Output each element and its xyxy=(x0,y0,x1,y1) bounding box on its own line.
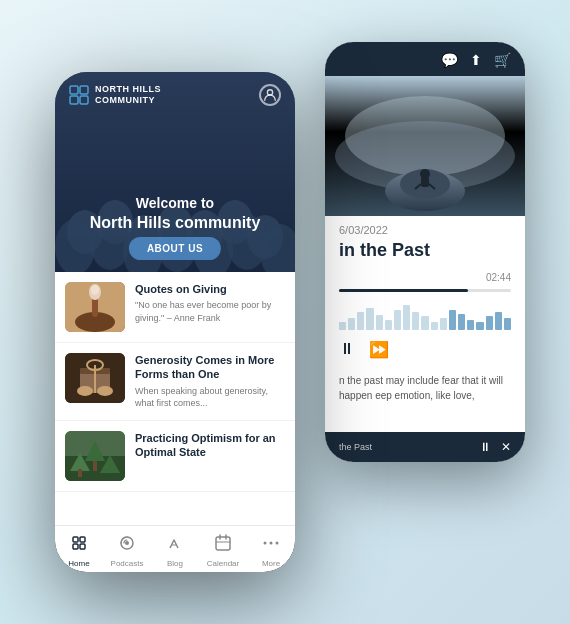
svg-rect-49 xyxy=(73,537,78,542)
nav-item-calendar[interactable]: Calendar xyxy=(199,534,247,568)
list-text: Generosity Comes in More Forms than One … xyxy=(135,353,285,410)
brand-name: NORTH HILLS COMMUNITY xyxy=(95,84,161,106)
nav-item-more[interactable]: More xyxy=(247,534,295,568)
svg-rect-26 xyxy=(80,86,88,94)
svg-point-41 xyxy=(97,386,113,396)
svg-rect-50 xyxy=(80,537,85,542)
content-list: Quotes on Giving "No one has ever become… xyxy=(55,272,295,525)
blog-icon xyxy=(166,534,184,556)
list-item-desc: When speaking about generosity, what fir… xyxy=(135,385,285,410)
nav-label-blog: Blog xyxy=(167,559,183,568)
svg-point-54 xyxy=(125,541,129,545)
list-item-title: Quotes on Giving xyxy=(135,282,285,296)
podcasts-icon xyxy=(118,534,136,556)
svg-rect-25 xyxy=(70,86,78,94)
audio-controls: ⏸ ⏩ xyxy=(325,334,525,365)
list-item[interactable]: Quotes on Giving "No one has ever become… xyxy=(55,272,295,343)
back-bottom-bar: the Past ⏸ ✕ xyxy=(325,432,525,462)
giving-thumbnail xyxy=(65,282,125,332)
share-icon: ⬆ xyxy=(470,52,482,68)
back-date: 6/03/2022 xyxy=(325,216,525,240)
svg-rect-51 xyxy=(73,544,78,549)
back-title: in the Past xyxy=(325,240,525,270)
nav-label-more: More xyxy=(262,559,280,568)
svg-rect-27 xyxy=(70,96,78,104)
logo-icon xyxy=(69,85,89,105)
nav-item-podcasts[interactable]: Podcasts xyxy=(103,534,151,568)
play-pause-icon[interactable]: ⏸ xyxy=(479,440,491,454)
list-text: Practicing Optimism for an Optimal State xyxy=(135,431,285,463)
back-text-preview: n the past may include fear that it will… xyxy=(325,365,525,411)
svg-rect-28 xyxy=(80,96,88,104)
audio-waveform xyxy=(339,300,511,330)
pause-button[interactable]: ⏸ xyxy=(339,340,355,358)
nav-label-podcasts: Podcasts xyxy=(111,559,144,568)
back-bottom-label: the Past xyxy=(339,442,479,452)
back-bottom-controls: ⏸ ✕ xyxy=(479,440,511,454)
brand-logo: NORTH HILLS COMMUNITY xyxy=(69,84,161,106)
phone-front: NORTH HILLS COMMUNITY Welcome to xyxy=(55,72,295,572)
optimism-thumbnail xyxy=(65,431,125,481)
list-text: Quotes on Giving "No one has ever become… xyxy=(135,282,285,324)
nav-item-blog[interactable]: Blog xyxy=(151,534,199,568)
hero-text: Welcome to North Hills community xyxy=(55,195,295,232)
cart-icon: 🛒 xyxy=(494,52,511,68)
list-item-desc: "No one has ever become poor by giving."… xyxy=(135,299,285,324)
list-item-title: Practicing Optimism for an Optimal State xyxy=(135,431,285,460)
fast-forward-button[interactable]: ⏩ xyxy=(369,340,389,359)
more-icon xyxy=(262,534,280,556)
hero-section: NORTH HILLS COMMUNITY Welcome to xyxy=(55,72,295,272)
navbar: NORTH HILLS COMMUNITY xyxy=(55,72,295,114)
list-item[interactable]: Practicing Optimism for an Optimal State xyxy=(55,421,295,492)
svg-point-61 xyxy=(270,542,273,545)
bottom-navigation: Home Podcasts xyxy=(55,525,295,572)
svg-point-29 xyxy=(267,90,272,95)
list-item[interactable]: Generosity Comes in More Forms than One … xyxy=(55,343,295,421)
svg-rect-45 xyxy=(93,461,97,471)
hero-title: North Hills community xyxy=(55,213,295,232)
audio-progress-bar[interactable] xyxy=(339,289,511,292)
hero-welcome: Welcome to xyxy=(55,195,295,211)
nav-label-calendar: Calendar xyxy=(207,559,239,568)
back-content: 6/03/2022 in the Past 02:44 xyxy=(325,76,525,432)
svg-point-62 xyxy=(276,542,279,545)
about-us-button[interactable]: ABOUT US xyxy=(129,237,221,260)
phones-container: 💬 ⬆ 🛒 xyxy=(25,22,545,602)
nav-item-home[interactable]: Home xyxy=(55,534,103,568)
audio-time: 02:44 xyxy=(325,270,525,285)
svg-rect-47 xyxy=(78,469,82,477)
generosity-thumbnail xyxy=(65,353,125,403)
svg-point-40 xyxy=(77,386,93,396)
back-hero-image xyxy=(325,76,525,216)
chat-icon: 💬 xyxy=(441,52,458,68)
back-status-bar: 💬 ⬆ 🛒 xyxy=(325,42,525,76)
phone-back: 💬 ⬆ 🛒 xyxy=(325,42,525,462)
list-item-title: Generosity Comes in More Forms than One xyxy=(135,353,285,382)
svg-rect-52 xyxy=(80,544,85,549)
close-icon[interactable]: ✕ xyxy=(501,440,511,454)
svg-rect-6 xyxy=(421,177,429,187)
svg-point-60 xyxy=(264,542,267,545)
nav-label-home: Home xyxy=(68,559,89,568)
svg-point-34 xyxy=(91,285,99,295)
user-profile-icon[interactable] xyxy=(259,84,281,106)
home-icon xyxy=(70,534,88,556)
svg-rect-56 xyxy=(216,537,230,550)
calendar-icon xyxy=(214,534,232,556)
